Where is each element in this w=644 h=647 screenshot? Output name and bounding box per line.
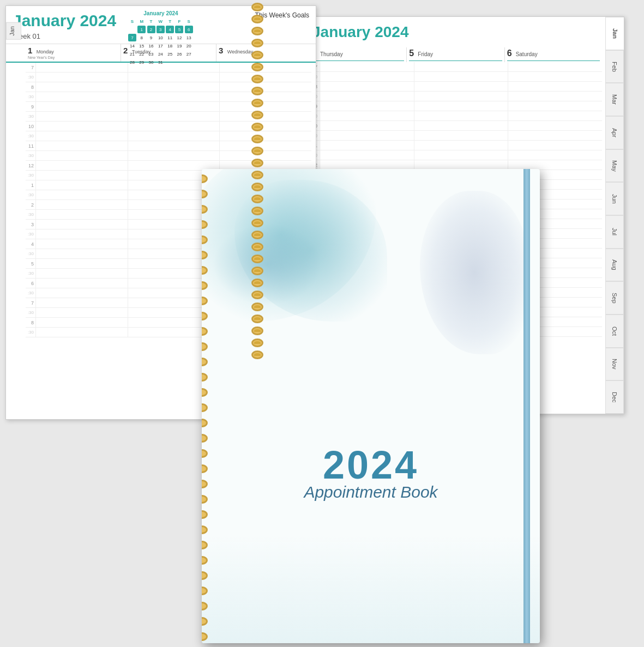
thu-name: Thursday (320, 51, 343, 57)
mon-holiday: New Year's Day (28, 56, 118, 59)
wed-num: 3 (219, 46, 223, 55)
elastic-band (523, 169, 530, 643)
tab-sep[interactable]: Sep (605, 281, 624, 315)
spiral-binding (250, 3, 265, 359)
mon-num: 1 (28, 46, 32, 55)
month-tabs[interactable]: JanFebMarAprMayJunJulAugSepOctNovDec (605, 17, 624, 414)
mini-calendar: January 2024SMTWTFS123456789101112131415… (128, 10, 194, 66)
right-day-col-thu: 4 Thursday (309, 47, 406, 62)
cover-spiral (202, 174, 209, 643)
right-day-col-fri: 5 Friday (406, 47, 504, 62)
left-day-mon: 1 Monday New Year's Day (26, 44, 121, 62)
tue-num: 2 (123, 46, 128, 55)
tab-aug[interactable]: Aug (605, 249, 624, 282)
tab-apr[interactable]: Apr (605, 116, 624, 149)
cover-year: 2024 (202, 443, 540, 487)
right-month-title: January 2024 (303, 17, 624, 43)
tab-may[interactable]: May (605, 149, 624, 183)
fri-num: 5 (409, 49, 414, 58)
tab-jul[interactable]: Jul (605, 215, 624, 249)
tab-nov[interactable]: Nov (605, 348, 624, 381)
watercolor-blob-5 (213, 223, 322, 305)
cover-text: 2024 Appointment Book (202, 443, 540, 501)
jan-side-tab[interactable]: Jan (6, 22, 21, 40)
right-day-col-sat: 6 Saturday (504, 47, 602, 62)
right-day-headers: 4 Thursday 5 Friday 6 Saturday (303, 47, 624, 62)
tab-oct[interactable]: Oct (605, 315, 624, 348)
tab-feb[interactable]: Feb (605, 50, 624, 83)
watercolor-blob-3 (420, 191, 529, 354)
sat-num: 6 (507, 49, 512, 58)
fri-name: Friday (418, 51, 433, 57)
tab-jun[interactable]: Jun (605, 182, 624, 215)
cover-subtitle: Appointment Book (202, 483, 540, 501)
watercolor-blob-4 (202, 534, 540, 643)
tab-mar[interactable]: Mar (605, 83, 624, 116)
tab-jan[interactable]: Jan (605, 17, 624, 50)
tab-dec[interactable]: Dec (605, 380, 624, 414)
mon-name: Monday (37, 49, 54, 55)
sat-name: Saturday (516, 51, 538, 57)
